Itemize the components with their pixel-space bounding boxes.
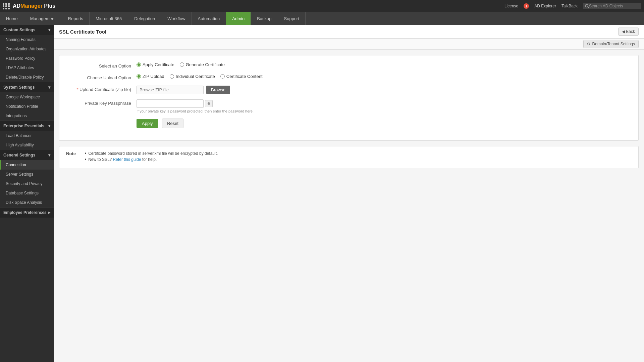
ad-explorer-link[interactable]: AD Explorer <box>534 4 556 8</box>
passphrase-input[interactable] <box>137 99 204 108</box>
custom-settings-label: Custom Settings <box>3 28 35 32</box>
generate-certificate-radio-label[interactable]: Generate Certificate <box>180 62 225 67</box>
general-settings-arrow: ▾ <box>48 153 50 157</box>
tab-microsoft365[interactable]: Microsoft 365 <box>90 12 128 25</box>
passphrase-group-wrapper: ⊕ If your private key is password protec… <box>137 99 254 113</box>
note-section: Note Certificate password stored in serv… <box>59 146 639 168</box>
sidebar-item-connection[interactable]: Connection <box>0 160 54 170</box>
search-box[interactable] <box>583 3 641 9</box>
private-key-label: Private Key Passphrase <box>69 99 137 106</box>
individual-cert-radio-label[interactable]: Individual Certificate <box>170 74 215 79</box>
apply-button[interactable]: Apply <box>137 119 158 128</box>
cert-content-label: Certificate Content <box>226 74 263 79</box>
zip-upload-radio-label[interactable]: ZIP Upload <box>137 74 164 79</box>
main-layout: Custom Settings ▾ Naming Formats Organiz… <box>0 25 644 362</box>
zip-file-input[interactable] <box>137 86 204 94</box>
select-option-row: Select an Option Apply Certificate Gener… <box>69 62 628 69</box>
generate-certificate-label: Generate Certificate <box>186 62 225 67</box>
navbar: Home Management Reports Microsoft 365 De… <box>0 12 644 25</box>
employee-preferences-label: Employee Preferences <box>3 210 47 215</box>
note-item-1-text: Certificate password stored in server.xm… <box>88 151 218 156</box>
passphrase-hint: If your private key is password protecte… <box>137 109 254 113</box>
cert-content-radio[interactable] <box>220 74 225 79</box>
sidebar-item-org-attributes[interactable]: Organization Attributes <box>0 44 54 54</box>
search-icon <box>585 4 589 8</box>
choose-upload-row: Choose Upload Option ZIP Upload Individu… <box>69 74 628 80</box>
sidebar-section-enterprise-essentials[interactable]: Enterprise Essentials ▾ <box>0 121 54 131</box>
svg-line-1 <box>588 7 589 8</box>
sidebar-item-integrations[interactable]: Integrations <box>0 111 54 121</box>
individual-cert-label: Individual Certificate <box>176 74 215 79</box>
upload-cert-row: Upload Certificate (Zip file) Browse <box>69 86 628 94</box>
reset-button[interactable]: Reset <box>162 119 183 128</box>
system-settings-arrow: ▾ <box>48 85 50 90</box>
note-item-2: New to SSL? Refer this guide for help. <box>85 157 218 162</box>
ssl-certificate-form: Select an Option Apply Certificate Gener… <box>59 55 639 141</box>
sidebar-section-custom-settings[interactable]: Custom Settings ▾ <box>0 25 54 35</box>
sidebar-item-ldap-attributes[interactable]: LDAP Attributes <box>0 63 54 73</box>
sidebar-item-password-policy[interactable]: Password Policy <box>0 54 54 63</box>
upload-group: Browse <box>137 86 230 94</box>
tab-workflow[interactable]: Workflow <box>161 12 192 25</box>
tab-reports[interactable]: Reports <box>62 12 90 25</box>
sidebar: Custom Settings ▾ Naming Formats Organiz… <box>0 25 54 362</box>
talkback-link[interactable]: TalkBack <box>561 4 578 8</box>
action-buttons-row: Apply Reset <box>69 119 628 128</box>
license-link[interactable]: License <box>504 4 518 8</box>
passphrase-toggle-button[interactable]: ⊕ <box>205 100 213 107</box>
employee-preferences-arrow: ▸ <box>48 210 50 215</box>
note-list: Certificate password stored in server.xm… <box>85 151 218 163</box>
back-button[interactable]: ◀ Back <box>618 28 639 36</box>
apply-certificate-radio-label[interactable]: Apply Certificate <box>137 62 174 67</box>
tab-home[interactable]: Home <box>0 12 24 25</box>
note-label: Note <box>66 151 79 163</box>
tab-backup[interactable]: Backup <box>251 12 278 25</box>
svg-point-0 <box>585 4 588 7</box>
generate-certificate-radio[interactable] <box>180 62 184 67</box>
domain-settings-button[interactable]: ⚙ Domain/Tenant Settings <box>583 40 639 48</box>
apply-certificate-radio[interactable] <box>137 62 141 67</box>
browse-button[interactable]: Browse <box>206 86 230 94</box>
grid-icon <box>3 3 10 9</box>
passphrase-row: Private Key Passphrase ⊕ If your private… <box>69 99 628 113</box>
tab-management[interactable]: Management <box>24 12 62 25</box>
note-item-2-text: New to SSL? Refer this guide for help. <box>88 157 157 162</box>
choose-upload-label: Choose Upload Option <box>69 74 137 80</box>
gear-icon: ⚙ <box>587 42 591 46</box>
action-spacer <box>69 119 137 120</box>
note-item-1: Certificate password stored in server.xm… <box>85 151 218 156</box>
upload-cert-label: Upload Certificate (Zip file) <box>69 86 137 92</box>
tab-admin[interactable]: Admin <box>226 12 251 25</box>
content-header: SSL Certificate Tool ◀ Back <box>54 25 644 39</box>
logo-text: ADManager Plus <box>13 3 55 9</box>
refer-guide-link[interactable]: Refer this guide <box>113 157 141 162</box>
cert-content-radio-label[interactable]: Certificate Content <box>220 74 263 79</box>
tab-delegation[interactable]: Delegation <box>128 12 161 25</box>
domain-settings-label: Domain/Tenant Settings <box>592 42 635 46</box>
sidebar-item-database-settings[interactable]: Database Settings <box>0 188 54 198</box>
topbar-right: License 1 AD Explorer TalkBack <box>504 3 641 9</box>
search-input[interactable] <box>589 4 639 8</box>
zip-upload-label: ZIP Upload <box>143 74 164 79</box>
general-settings-label: General Settings <box>3 153 35 157</box>
sidebar-section-system-settings[interactable]: System Settings ▾ <box>0 82 54 92</box>
sidebar-item-high-availability[interactable]: High Availability <box>0 140 54 150</box>
sidebar-item-load-balancer[interactable]: Load Balancer <box>0 131 54 140</box>
sidebar-item-security-privacy[interactable]: Security and Privacy <box>0 179 54 188</box>
zip-upload-radio[interactable] <box>137 74 141 79</box>
sidebar-section-employee-preferences[interactable]: Employee Preferences ▸ <box>0 207 54 218</box>
sidebar-item-disk-space-analysis[interactable]: Disk Space Analysis <box>0 198 54 207</box>
notification-badge: 1 <box>524 3 529 9</box>
tab-automation[interactable]: Automation <box>192 12 226 25</box>
topbar-left: ADManager Plus <box>3 3 55 9</box>
sidebar-section-general-settings[interactable]: General Settings ▾ <box>0 150 54 160</box>
page-title: SSL Certificate Tool <box>59 29 106 35</box>
individual-cert-radio[interactable] <box>170 74 174 79</box>
sidebar-item-server-settings[interactable]: Server Settings <box>0 170 54 179</box>
tab-support[interactable]: Support <box>278 12 306 25</box>
sidebar-item-notification-profile[interactable]: Notification Profile <box>0 102 54 111</box>
select-option-label: Select an Option <box>69 62 137 69</box>
sidebar-item-google-workspace[interactable]: Google Workspace <box>0 92 54 102</box>
sidebar-item-delete-disable-policy[interactable]: Delete/Disable Policy <box>0 73 54 82</box>
sidebar-item-naming-formats[interactable]: Naming Formats <box>0 35 54 44</box>
